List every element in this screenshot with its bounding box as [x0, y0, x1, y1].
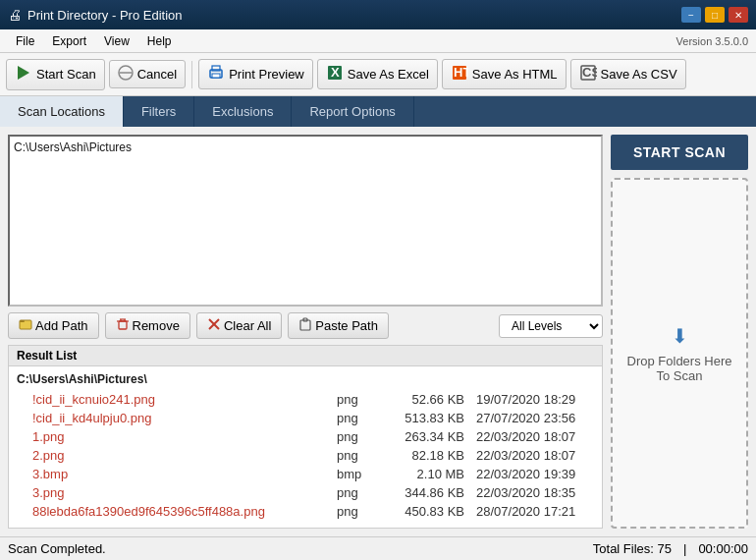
file-size: 450.83 KB — [386, 504, 464, 519]
status-right: Total Files: 75 | 00:00:00 — [593, 541, 748, 556]
csv-icon: CSV — [579, 64, 597, 82]
file-name: !cid_ii_kd4ulpju0.png — [32, 411, 337, 425]
save-csv-label: Save As CSV — [601, 67, 677, 82]
remove-button[interactable]: Remove — [105, 312, 190, 339]
drop-zone[interactable]: ⬇ Drop Folders Here To Scan — [611, 178, 748, 529]
save-excel-toolbar-button[interactable]: XSave As Excel — [317, 59, 438, 89]
remove-icon — [116, 317, 130, 334]
main-content: Add PathRemoveClear AllPaste PathAll Lev… — [0, 127, 756, 536]
drop-zone-text: Drop Folders Here To Scan — [624, 354, 734, 383]
clear-all-button[interactable]: Clear All — [196, 312, 282, 339]
save-csv-toolbar-button[interactable]: CSVSave As CSV — [570, 59, 686, 89]
paste-path-button[interactable]: Paste Path — [288, 312, 389, 339]
result-file-row[interactable]: !cid_ii_kd4ulpju0.pngpng513.83 KB27/07/2… — [9, 409, 602, 427]
clear-all-label: Clear All — [224, 318, 271, 333]
start-scan-label: Start Scan — [36, 67, 96, 82]
save-excel-label: Save As Excel — [348, 67, 429, 82]
save-html-toolbar-button[interactable]: HTMSave As HTML — [442, 59, 567, 89]
file-type: png — [337, 429, 386, 444]
tab-scan-locations[interactable]: Scan Locations — [0, 96, 124, 127]
levels-dropdown[interactable]: All Levels1 Level2 Levels3 Levels4 Level… — [499, 314, 603, 338]
file-name: 2.png — [32, 448, 337, 463]
title-bar-left: 🖨 Print Directory - Pro Edition — [8, 7, 183, 23]
file-size: 263.34 KB — [386, 429, 464, 444]
result-file-row[interactable]: 3.bmpbmp2.10 MB22/03/2020 19:39 — [9, 465, 602, 483]
file-name: !cid_ii_kcnuio241.png — [32, 392, 337, 407]
remove-label: Remove — [133, 318, 180, 333]
title-bar-controls: − □ ✕ — [681, 7, 748, 23]
menu-item-export[interactable]: Export — [44, 32, 94, 50]
file-date: 22/03/2020 19:39 — [464, 467, 594, 481]
file-date: 22/03/2020 18:35 — [464, 485, 594, 500]
total-files: Total Files: 75 — [593, 541, 672, 556]
status-separator: | — [683, 541, 686, 556]
start-scan-icon — [15, 64, 32, 85]
file-date: 19/07/2020 18:29 — [464, 392, 594, 407]
file-date: 27/07/2020 23:56 — [464, 411, 594, 425]
file-name: 3.png — [32, 485, 337, 500]
result-file-row[interactable]: 3.pngpng344.86 KB22/03/2020 18:35 — [9, 483, 602, 502]
file-size: 2.10 MB — [386, 467, 464, 481]
svg-rect-13 — [20, 320, 25, 322]
result-file-row[interactable]: !cid_ii_kcnuio241.pngpng52.66 KB19/07/20… — [9, 390, 602, 409]
file-size: 344.86 KB — [386, 485, 464, 500]
maximize-button[interactable]: □ — [705, 7, 725, 23]
result-body[interactable]: C:\Users\Ashi\Pictures\ !cid_ii_kcnuio24… — [9, 366, 602, 528]
cancel-toolbar-button[interactable]: Cancel — [109, 60, 186, 88]
menu-items: FileExportViewHelp — [8, 32, 180, 50]
action-buttons-row: Add PathRemoveClear AllPaste PathAll Lev… — [8, 312, 603, 339]
clear-all-icon — [207, 317, 221, 334]
app-icon: 🖨 — [8, 7, 22, 23]
excel-icon: X — [326, 64, 344, 82]
menu-bar: FileExportViewHelp Version 3.5.0.0 — [0, 29, 756, 53]
scan-paths-input[interactable] — [8, 135, 603, 307]
file-size: 513.83 KB — [386, 411, 464, 425]
cancel-icon — [118, 65, 134, 84]
tab-exclusions[interactable]: Exclusions — [194, 96, 292, 127]
print-preview-label: Print Preview — [229, 67, 304, 82]
app-title: Print Directory - Pro Edition — [27, 8, 183, 23]
tab-report-options[interactable]: Report Options — [292, 96, 413, 127]
toolbar: Start ScanCancelPrint PreviewXSave As Ex… — [0, 53, 756, 96]
file-size: 52.66 KB — [386, 392, 464, 407]
add-path-label: Add Path — [35, 318, 88, 333]
menu-item-file[interactable]: File — [8, 32, 42, 50]
cancel-icon — [118, 65, 134, 81]
result-file-row[interactable]: 88lebda6fa1390ed9f645396c5ff488a.pngpng4… — [9, 502, 602, 521]
version-label: Version 3.5.0.0 — [676, 35, 748, 47]
clipboard-icon — [298, 317, 312, 331]
menu-item-view[interactable]: View — [96, 32, 137, 50]
tab-filters[interactable]: Filters — [124, 96, 194, 127]
start-scan-toolbar-button[interactable]: Start Scan — [6, 59, 105, 90]
status-bar: Scan Completed. Total Files: 75 | 00:00:… — [0, 536, 756, 560]
trash-icon — [116, 317, 130, 331]
svg-text:CSV: CSV — [582, 65, 597, 80]
result-file-row[interactable]: 2.pngpng82.18 KB22/03/2020 18:07 — [9, 446, 602, 465]
start-scan-button[interactable]: START SCAN — [611, 135, 748, 170]
add-path-button[interactable]: Add Path — [8, 312, 99, 339]
file-name: 1.png — [32, 429, 337, 444]
menu-item-help[interactable]: Help — [139, 32, 180, 50]
file-type: png — [337, 392, 386, 407]
file-name: 88lebda6fa1390ed9f645396c5ff488a.png — [32, 504, 337, 519]
print-preview-toolbar-button[interactable]: Print Preview — [198, 59, 313, 89]
file-name: 3.bmp — [32, 467, 337, 481]
toolbar-separator — [191, 61, 192, 88]
result-file-row[interactable]: 1.pngpng263.34 KB22/03/2020 18:07 — [9, 427, 602, 446]
clear-icon — [207, 317, 221, 331]
drop-arrow-icon: ⬇ — [672, 324, 688, 348]
cancel-label: Cancel — [137, 67, 177, 82]
status-left: Scan Completed. — [8, 541, 106, 556]
save-excel-icon: X — [326, 64, 344, 84]
save-html-icon: HTM — [451, 64, 468, 84]
file-type: png — [337, 411, 386, 425]
file-type: png — [337, 448, 386, 463]
result-section: Result List C:\Users\Ashi\Pictures\ !cid… — [8, 345, 603, 529]
file-type: bmp — [337, 467, 386, 481]
file-date: 28/07/2020 17:21 — [464, 504, 594, 519]
svg-text:X: X — [331, 65, 340, 80]
svg-rect-5 — [212, 74, 220, 78]
close-button[interactable]: ✕ — [729, 7, 748, 23]
minimize-button[interactable]: − — [681, 7, 701, 23]
print-preview-icon — [207, 64, 225, 84]
